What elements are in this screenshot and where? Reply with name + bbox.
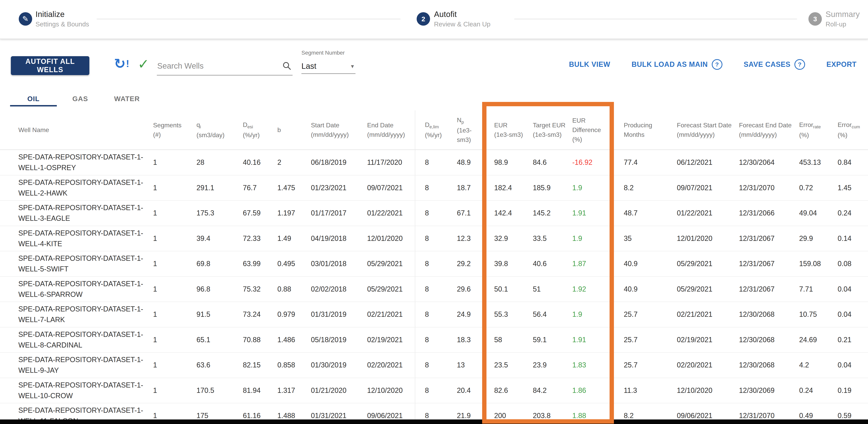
cell-qi: 69.8 (193, 251, 240, 276)
cell-qi: 170.5 (193, 378, 240, 403)
cell-error_cum: 0.08 (834, 251, 868, 276)
edit-pencil-icon: ✎ (22, 14, 29, 23)
cell-target_eur: 59.1 (530, 327, 569, 353)
column-header-desi[interactable]: Desi(%/yr) (240, 110, 274, 150)
table-row[interactable]: SPE-DATA-REPOSITORY-DATASET-1-WELL-1-OSP… (0, 150, 868, 175)
search-input[interactable] (157, 61, 282, 71)
step-autofit-circle[interactable]: 2 (416, 12, 430, 26)
cell-well-name: SPE-DATA-REPOSITORY-DATASET-1-WELL-6-SPA… (0, 277, 150, 302)
bottom-scrollbar[interactable] (0, 420, 868, 424)
cell-forecast_start_date: 02/21/2021 (674, 302, 736, 327)
cell-qi: 65.1 (193, 327, 240, 353)
sync-alert-icon[interactable]: ↻! (114, 57, 129, 71)
table-row[interactable]: SPE-DATA-REPOSITORY-DATASET-1-WELL-4-KIT… (0, 226, 868, 252)
cell-delim: 8 (415, 353, 454, 378)
step-title: Initialize (35, 10, 89, 19)
search-field[interactable] (157, 57, 292, 75)
cell-error_cum: 0.04 (834, 353, 868, 378)
step-subtitle: Roll-up (826, 21, 860, 28)
help-icon[interactable]: ? (795, 59, 805, 70)
step-subtitle: Settings & Bounds (35, 21, 89, 28)
cell-error_rate: 29.9 (796, 226, 834, 251)
cell-well-name: SPE-DATA-REPOSITORY-DATASET-1-WELL-1-OSP… (0, 150, 150, 175)
cell-delim: 8 (415, 175, 454, 200)
cell-desi: 70.88 (240, 327, 274, 353)
column-header-eur[interactable]: EUR(1e3-sm3) (485, 110, 530, 150)
step-summary-circle[interactable]: 3 (808, 12, 822, 26)
step-number: 3 (813, 15, 817, 23)
chevron-down-icon: ▾ (351, 63, 354, 70)
table-row[interactable]: SPE-DATA-REPOSITORY-DATASET-1-WELL-7-LAR… (0, 302, 868, 327)
cell-forecast_start_date: 05/29/2021 (674, 277, 736, 302)
step-initialize-circle[interactable]: ✎ (19, 12, 32, 26)
cell-forecast_start_date: 02/20/2021 (674, 353, 736, 378)
segment-number-select[interactable]: Segment Number Last ▾ (302, 50, 355, 75)
cell-delim: 8 (415, 378, 454, 403)
column-header-start_date[interactable]: Start Date(mm/dd/yyyy) (308, 110, 364, 150)
tab-oil[interactable]: OIL (10, 91, 57, 106)
column-header-b[interactable]: b (274, 110, 308, 150)
autofit-all-wells-button[interactable]: AUTOFIT ALL WELLS (11, 56, 89, 75)
cell-forecast_start_date: 12/01/2020 (674, 226, 736, 251)
cell-np: 29.2 (454, 251, 485, 276)
cell-well-name: SPE-DATA-REPOSITORY-DATASET-1-WELL-7-LAR… (0, 302, 150, 327)
cell-eur: 39.8 (485, 251, 530, 276)
table-row[interactable]: SPE-DATA-REPOSITORY-DATASET-1-WELL-9-JAY… (0, 353, 868, 378)
step-summary[interactable]: Summary Roll-up (826, 10, 860, 28)
tab-water[interactable]: WATER (103, 91, 150, 106)
cell-b: 2 (274, 150, 308, 175)
column-header-np[interactable]: Np(1e3-sm3) (454, 110, 485, 150)
column-header-well_name[interactable]: Well Name (0, 110, 150, 150)
cell-eur_diff: 1.9 (569, 226, 613, 251)
cell-b: 1.317 (274, 378, 308, 403)
step-number: 2 (422, 15, 425, 23)
column-header-eur_diff[interactable]: EUR Difference(%) (569, 110, 613, 150)
step-initialize[interactable]: Initialize Settings & Bounds (35, 10, 89, 28)
table-row[interactable]: SPE-DATA-REPOSITORY-DATASET-1-WELL-3-EAG… (0, 201, 868, 226)
table-row[interactable]: SPE-DATA-REPOSITORY-DATASET-1-WELL-6-SPA… (0, 277, 868, 302)
cell-forecast_start_date: 05/29/2021 (674, 251, 736, 276)
cell-eur_diff: 1.86 (569, 378, 613, 403)
bulk-load-as-main-button[interactable]: BULK LOAD AS MAIN ? (632, 59, 722, 70)
cell-error_cum: 0.19 (834, 378, 868, 403)
column-header-forecast_end_date[interactable]: Forecast End Date(mm/dd/yyyy) (736, 110, 796, 150)
save-cases-button[interactable]: SAVE CASES ? (744, 59, 805, 70)
cell-target_eur: 40.6 (530, 251, 569, 276)
table-header-row: Well NameSegments(#)qi(sm3/day)Desi(%/yr… (0, 110, 868, 150)
cell-eur_diff: 1.91 (569, 327, 613, 353)
bulk-view-button[interactable]: BULK VIEW (569, 60, 610, 69)
column-header-target_eur[interactable]: Target EUR(1e3-sm3) (530, 110, 569, 150)
tab-gas[interactable]: GAS (57, 91, 103, 106)
cell-desi: 40.16 (240, 150, 274, 175)
column-header-producing_months[interactable]: Producing Months (613, 110, 674, 150)
step-autofit[interactable]: Autofit Review & Clean Up (434, 10, 490, 28)
column-header-delim[interactable]: De,lim(%/yr) (415, 110, 454, 150)
cell-eur_diff: 1.83 (569, 353, 613, 378)
export-button[interactable]: EXPORT (826, 60, 857, 69)
column-header-error_cum[interactable]: Errorcum(%) (834, 110, 868, 150)
cell-qi: 91.5 (193, 302, 240, 327)
help-icon[interactable]: ? (712, 59, 722, 70)
table-row[interactable]: SPE-DATA-REPOSITORY-DATASET-1-WELL-10-CR… (0, 378, 868, 403)
column-header-segments[interactable]: Segments(#) (150, 110, 193, 150)
table-row[interactable]: SPE-DATA-REPOSITORY-DATASET-1-WELL-8-CAR… (0, 327, 868, 353)
cell-np: 67.1 (454, 201, 485, 226)
cell-eur_diff: 1.9 (569, 175, 613, 200)
table-row[interactable]: SPE-DATA-REPOSITORY-DATASET-1-WELL-5-SWI… (0, 251, 868, 277)
cell-desi: 82.15 (240, 353, 274, 378)
column-header-qi[interactable]: qi(sm3/day) (193, 110, 240, 150)
column-header-error_rate[interactable]: Errorrate(%) (796, 110, 834, 150)
table-row[interactable]: SPE-DATA-REPOSITORY-DATASET-1-WELL-2-HAW… (0, 175, 868, 201)
cell-desi: 73.24 (240, 302, 274, 327)
cell-error_cum: 1.45 (834, 175, 868, 200)
cell-desi: 63.99 (240, 251, 274, 276)
cell-producing_months: 25.7 (613, 327, 674, 353)
cell-eur: 98.9 (485, 150, 530, 175)
cell-b: 0.979 (274, 302, 308, 327)
column-header-end_date[interactable]: End Date(mm/dd/yyyy) (364, 110, 415, 150)
cell-end_date: 11/17/2020 (364, 150, 415, 175)
column-header-forecast_start_date[interactable]: Forecast Start Date(mm/dd/yyyy) (674, 110, 736, 150)
search-icon[interactable] (282, 61, 291, 70)
cell-np: 29.6 (454, 277, 485, 302)
cell-np: 13 (454, 353, 485, 378)
